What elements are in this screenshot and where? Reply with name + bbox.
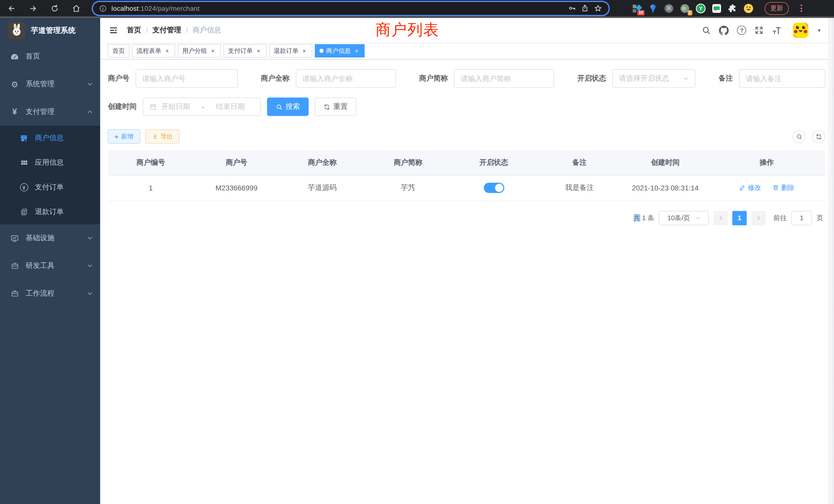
col-status: 开启状态 [451, 151, 537, 175]
toggle-search-button[interactable] [792, 130, 806, 143]
breadcrumb-pay[interactable]: 支付管理 [153, 26, 181, 35]
close-icon[interactable]: × [301, 47, 308, 54]
sidebar-item-refund-order[interactable]: 退款订单 [0, 200, 100, 224]
create-time-label: 创建时间 [108, 102, 137, 111]
search-icon[interactable] [702, 26, 711, 35]
add-button[interactable]: + 新增 [108, 129, 140, 144]
tab-process-form[interactable]: 流程表单× [132, 44, 175, 58]
extension-chat-icon[interactable] [712, 3, 722, 13]
share-icon[interactable] [581, 4, 589, 12]
sidebar-item-label: 基础设施 [26, 233, 54, 243]
extensions-puzzle-icon[interactable] [728, 3, 738, 13]
extension-pin-icon[interactable] [648, 3, 658, 13]
password-key-icon[interactable] [568, 4, 576, 12]
filter-row-2: 创建时间 开始日期 - 结束日期 搜索 重置 [108, 97, 825, 116]
chevron-down-icon [87, 235, 93, 241]
tab-refund-order[interactable]: 退款订单× [269, 44, 312, 58]
app-title: 芋道管理系统 [31, 25, 75, 35]
date-range-picker[interactable]: 开始日期 - 结束日期 [143, 97, 261, 116]
browser-forward-button[interactable] [29, 4, 38, 13]
chevron-down-icon [87, 263, 93, 269]
prev-page-button[interactable] [713, 211, 728, 225]
goto-page-input[interactable]: 1 [791, 211, 812, 225]
close-icon[interactable]: × [255, 47, 262, 54]
monitor-icon [10, 234, 19, 243]
edit-link[interactable]: 修改 [739, 183, 761, 192]
merchant-no-input[interactable] [136, 69, 238, 88]
extension-y-icon[interactable]: Y [696, 3, 706, 13]
site-info-icon[interactable] [99, 4, 107, 12]
extension-command-icon[interactable]: ⌘ [664, 3, 674, 13]
remark-label: 备注 [719, 74, 733, 83]
extension-sync-icon[interactable]: 10 [632, 3, 642, 13]
sidebar-item-label: 首页 [26, 52, 40, 61]
sidebar-item-pay[interactable]: ¥ 支付管理 [0, 98, 100, 126]
browser-home-button[interactable] [72, 4, 81, 13]
help-icon[interactable]: ? [737, 26, 746, 35]
app-logo[interactable]: 芋道管理系统 [0, 18, 100, 43]
browser-back-button[interactable] [7, 4, 16, 13]
breadcrumb-home[interactable]: 首页 [127, 26, 141, 35]
sidebar-item-app-info[interactable]: 应用信息 [0, 151, 100, 175]
scrollbar-track[interactable] [828, 18, 834, 504]
date-separator: - [195, 102, 211, 111]
sidebar-item-devtools[interactable]: 研发工具 [0, 252, 100, 280]
sidebar-item-pay-order[interactable]: ¥ 支付订单 [0, 175, 100, 200]
export-button[interactable]: 导出 [145, 129, 179, 144]
page-size-select[interactable]: 10条/页 [659, 211, 709, 225]
table-header-row: 商户编号 商户号 商户全称 商户简称 开启状态 备注 创建时间 操作 [108, 151, 825, 175]
plus-icon: + [114, 133, 118, 140]
fullscreen-icon[interactable] [755, 26, 764, 35]
sidebar-item-label: 研发工具 [26, 261, 54, 271]
tab-pay-order[interactable]: 支付订单× [223, 44, 266, 58]
screen: localhost:1024/pay/merchant 10 ⌘ [0, 0, 834, 504]
start-date-placeholder: 开始日期 [161, 102, 190, 111]
browser-update-button[interactable]: 更新 [765, 2, 789, 15]
filter-row-1: 商户号 商户全称 商户简称 开启状态 请选择开启状态 备注 [108, 69, 825, 88]
close-icon[interactable]: × [210, 47, 216, 54]
close-icon[interactable]: × [353, 47, 360, 54]
bookmark-star-icon[interactable] [594, 4, 602, 13]
cell-remark: 我是备注 [537, 175, 622, 201]
sidebar-item-label: 工作流程 [26, 289, 54, 298]
search-button[interactable]: 搜索 [267, 97, 309, 116]
avatar-caret-icon[interactable]: ▾ [818, 27, 821, 33]
browser-toolbar: localhost:1024/pay/merchant 10 ⌘ [0, 0, 834, 18]
profile-emoji-icon[interactable] [744, 3, 753, 13]
chevron-down-icon [87, 81, 93, 87]
page-1-button[interactable]: 1 [732, 211, 747, 225]
full-name-input[interactable] [296, 69, 396, 88]
status-toggle[interactable] [483, 183, 504, 193]
sidebar-item-merchant-info[interactable]: 商户信息 [0, 126, 100, 151]
documents-icon [20, 208, 28, 216]
extension-session-icon[interactable]: 1 [680, 3, 690, 13]
reset-button[interactable]: 重置 [315, 97, 356, 116]
delete-link[interactable]: 删除 [772, 183, 794, 192]
tab-merchant-info[interactable]: 商户信息× [315, 44, 365, 58]
sidebar-item-home[interactable]: 首页 [0, 43, 100, 70]
hamburger-icon[interactable] [109, 26, 118, 35]
sidebar-item-system[interactable]: ⚙ 系统管理 [0, 70, 100, 98]
github-icon[interactable] [719, 25, 729, 35]
extension-badge: 10 [637, 10, 644, 15]
close-icon[interactable]: × [164, 47, 171, 54]
chevron-down-icon [695, 215, 700, 221]
remark-input[interactable] [739, 69, 825, 88]
dashboard-icon [10, 52, 19, 61]
status-select[interactable]: 请选择开启状态 [612, 69, 695, 88]
chevron-down-icon [683, 76, 689, 81]
refresh-table-button[interactable] [812, 130, 825, 143]
main-area: 商户列表 首页 / 支付管理 / 商户信息 ? [100, 18, 828, 504]
font-size-icon[interactable] [772, 25, 782, 35]
browser-reload-button[interactable] [50, 4, 59, 13]
tab-user-group[interactable]: 用户分组× [178, 44, 221, 58]
tab-home[interactable]: 首页 [108, 44, 129, 58]
user-avatar[interactable] [793, 23, 809, 38]
short-name-input[interactable] [454, 69, 554, 88]
browser-menu-icon[interactable] [799, 4, 803, 13]
sidebar-item-infra[interactable]: 基础设施 [0, 224, 100, 252]
table-row: 1 M233666999 芋道源码 芋艿 我是备注 2021-10-23 08:… [108, 175, 825, 201]
url-bar[interactable]: localhost:1024/pay/merchant [93, 2, 609, 15]
sidebar-item-workflow[interactable]: 工作流程 [0, 280, 100, 307]
next-page-button[interactable] [751, 211, 766, 225]
